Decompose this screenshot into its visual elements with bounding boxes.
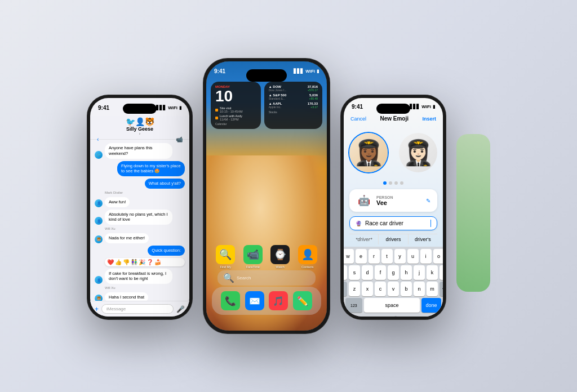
- message-bubble: Quick question:: [148, 246, 185, 256]
- stock-change: +570.17: [308, 88, 318, 92]
- dock-notes[interactable]: ✏️: [293, 291, 312, 310]
- dock-mail[interactable]: ✉️: [245, 291, 264, 310]
- app-icon-image: 👤: [298, 245, 317, 264]
- reaction-question[interactable]: ❓: [147, 259, 153, 265]
- event-dot: [215, 109, 218, 112]
- key-c[interactable]: c: [375, 282, 386, 296]
- key-r[interactable]: r: [369, 249, 380, 264]
- person-avatar: 🤖: [356, 193, 372, 208]
- widgets-row: MONDAY 10 Site visit10:15 - 10:45AM Lunc…: [211, 82, 322, 129]
- key-done[interactable]: done: [421, 298, 441, 313]
- key-k[interactable]: k: [427, 265, 438, 280]
- key-x[interactable]: x: [362, 282, 373, 296]
- key-numbers[interactable]: 123: [345, 298, 362, 313]
- messages-body[interactable]: 🐦 Anyone have plans this weekend? Flying…: [90, 140, 189, 301]
- app-icon-findmy[interactable]: 🔍 Find My: [216, 245, 235, 269]
- emoji-screen: 9:41 ▋▋▋ WiFi ▮ Cancel New Emoji Insert: [344, 98, 443, 317]
- dynamic-island-center: [246, 69, 287, 82]
- emoji-search-box[interactable]: 🔮 Race car driver: [349, 216, 437, 230]
- battery-icon: ▮: [317, 69, 319, 74]
- app-icon-facetime[interactable]: 📹 FaceTime: [243, 245, 263, 269]
- key-w[interactable]: w: [344, 249, 354, 264]
- insert-button[interactable]: Insert: [422, 116, 436, 122]
- wifi-icon: WiFi: [421, 104, 431, 109]
- key-shift[interactable]: ⇧: [344, 282, 347, 296]
- calendar-widget[interactable]: MONDAY 10 Site visit10:15 - 10:45AM Lunc…: [211, 82, 261, 129]
- person-name: Vee: [376, 199, 421, 206]
- app-icon-watch[interactable]: ⌚ Watch: [270, 245, 290, 269]
- person-info: PERSON Vee: [376, 195, 421, 206]
- suggestion-2[interactable]: drivers: [379, 234, 408, 244]
- reaction-thumbsup[interactable]: 👍: [115, 259, 122, 265]
- microphone-button[interactable]: 🎤: [176, 305, 185, 313]
- emoji-page-dots: [344, 181, 443, 185]
- key-o[interactable]: o: [433, 249, 443, 264]
- list-item: Quick question:: [95, 246, 185, 256]
- dot-4: [400, 181, 403, 185]
- cancel-button[interactable]: Cancel: [350, 116, 366, 122]
- edit-button[interactable]: ✎: [426, 198, 430, 204]
- message-input-bar: + iMessage 🎤: [90, 301, 189, 317]
- key-delete[interactable]: ⌫: [440, 282, 443, 296]
- mic-bar: 🎤: [345, 314, 441, 317]
- back-button[interactable]: ‹: [97, 136, 99, 142]
- key-h[interactable]: h: [401, 265, 412, 280]
- reaction-thumbsdown[interactable]: 👎: [123, 259, 130, 265]
- key-v[interactable]: v: [388, 282, 399, 296]
- key-y[interactable]: y: [394, 249, 406, 264]
- key-j[interactable]: j: [414, 265, 425, 280]
- microphone-icon[interactable]: 🎤: [389, 316, 398, 317]
- key-n[interactable]: n: [414, 282, 425, 296]
- reaction-people[interactable]: 👫: [131, 259, 137, 265]
- key-i[interactable]: i: [420, 249, 432, 264]
- key-e[interactable]: e: [356, 249, 367, 264]
- app-icon-image: 🔍: [216, 245, 235, 264]
- search-bar[interactable]: 🔍 Search: [218, 270, 316, 286]
- key-l[interactable]: l: [440, 265, 443, 280]
- key-m[interactable]: m: [427, 282, 438, 296]
- message-reactions[interactable]: ❤️ 👍 👎 👫 🎉 ❓ 🍰: [105, 258, 185, 266]
- key-row-3: ⇧ z x c v b n m ⌫: [345, 282, 441, 296]
- suggestion-1[interactable]: *driver*: [349, 234, 379, 244]
- key-s[interactable]: s: [349, 265, 360, 280]
- reaction-tada[interactable]: 🎉: [139, 259, 145, 265]
- add-attachment-button[interactable]: +: [95, 305, 99, 313]
- sender-label: Will Xu: [105, 227, 185, 230]
- dock-phone[interactable]: 📞: [221, 291, 240, 310]
- message-bubble: If cake for breakfast is wrong, I don't …: [105, 269, 172, 284]
- app-icon-contacts[interactable]: 👤 Contacts: [298, 245, 317, 269]
- sender-label: Will Xu: [105, 286, 185, 289]
- phone-right: 9:41 ▋▋▋ WiFi ▮ Cancel New Emoji Insert: [340, 95, 446, 320]
- reaction-cake[interactable]: 🍰: [154, 259, 161, 265]
- signal-icon: ▋▋▋: [156, 105, 166, 110]
- emoji-option-1[interactable]: 👩🏾‍✈️: [349, 133, 388, 172]
- key-u[interactable]: u: [407, 249, 419, 264]
- key-space[interactable]: space: [364, 298, 420, 313]
- suggestion-3[interactable]: driver's: [409, 234, 437, 244]
- phone-far-right: [456, 134, 490, 292]
- key-f[interactable]: f: [375, 265, 386, 280]
- message-input[interactable]: iMessage: [101, 304, 174, 314]
- time-right: 9:41: [352, 104, 363, 110]
- app-icon-image: ⌚: [270, 245, 290, 264]
- emoji-search-input[interactable]: Race car driver: [365, 220, 427, 226]
- key-g[interactable]: g: [388, 265, 399, 280]
- avatar: 🐯: [95, 235, 103, 243]
- key-t[interactable]: t: [381, 249, 393, 264]
- app-icon-image: 📹: [243, 245, 263, 264]
- signal-icon: ▋▋▋: [294, 69, 304, 74]
- video-button[interactable]: 📹: [176, 136, 183, 142]
- dynamic-island-right: [376, 104, 410, 114]
- key-z[interactable]: z: [349, 282, 360, 296]
- avatar: 🐯: [95, 295, 103, 301]
- emoji-option-2[interactable]: 👩🏻‍✈️: [399, 133, 437, 172]
- key-b[interactable]: b: [401, 282, 412, 296]
- key-d[interactable]: d: [362, 265, 373, 280]
- dock-music[interactable]: 🎵: [269, 291, 288, 310]
- search-icon: 🔍: [223, 273, 234, 283]
- key-a[interactable]: a: [344, 265, 347, 280]
- stocks-widget[interactable]: ▲ DOWDow Jones I... 37,816+570.17 ▲ S&P …: [264, 82, 322, 129]
- reaction-heart[interactable]: ❤️: [107, 259, 114, 265]
- status-bar-right: 9:41 ▋▋▋ WiFi ▮: [344, 98, 443, 111]
- status-bar-left: 9:41 ▋▋▋ WiFi ▮: [90, 98, 189, 116]
